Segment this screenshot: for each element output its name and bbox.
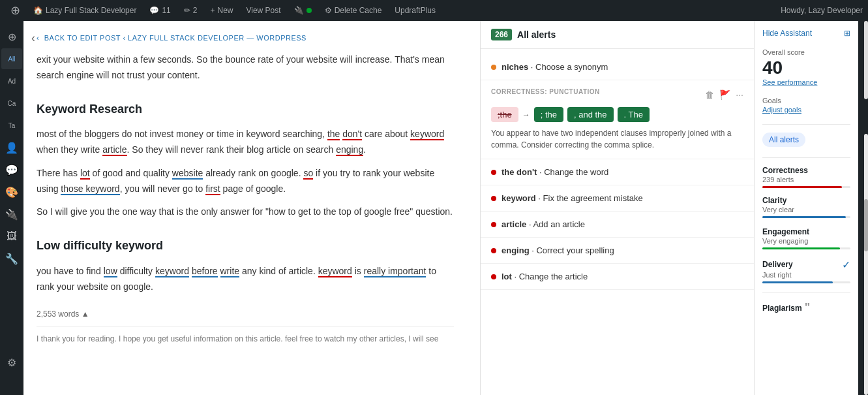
correction-chip-1[interactable]: ; the [534,107,563,122]
editor-h2-keyword-research: Keyword Research [37,99,454,119]
panels-icon: ⊞ [844,29,850,38]
view-post-link[interactable]: View Post [241,0,286,21]
yoast-icon: 🔌 [294,6,304,15]
wp-logo[interactable]: ⊕ [5,0,25,21]
alert-punctuation[interactable]: CORRECTNESS: PUNCTUATION 🗑 🚩 ··· ;the → … [481,80,754,159]
alert-dot-red-5 [491,274,496,279]
sidebar-ca[interactable]: Ca [1,93,22,114]
correctness-bar-fill [762,186,842,188]
all-alerts-title: All alerts [517,29,556,40]
alert-dot-red [491,170,496,175]
sidebar-add[interactable]: Ad [1,71,22,91]
alert-action-icons[interactable]: 🗑 🚩 ··· [705,89,743,100]
flagged-text-low: low [104,266,117,277]
cache-icon: ⚙ [325,6,332,15]
correctness-count: 239 alerts [762,176,850,183]
back-to-edit-link[interactable]: ‹ BACK TO EDIT POST ‹ LAZY FULL STACK DE… [37,34,454,42]
plagiarism-section: Plagiarism " [762,301,850,315]
new-post-button[interactable]: + New [205,0,238,21]
alert-lot[interactable]: lot · Change the article [481,264,754,290]
correctness-bar-bg [762,186,850,188]
engagement-bar-bg [762,247,850,249]
sidebar-comments[interactable]: 💬 [1,159,22,180]
scores-panel: Hide Assistant ⊞ Overall score 40 See pe… [754,21,858,395]
correctness-metric: Correctness 239 alerts [762,166,850,188]
alert-description: You appear to have two independent claus… [491,127,743,151]
sidebar-appearance[interactable]: 🎨 [1,182,22,202]
sidebar-plugins[interactable]: 🔌 [1,204,22,225]
editor-paragraph-1[interactable]: most of the bloggers do not invest money… [37,127,454,158]
flagged-text-first: first [205,183,220,195]
flagged-text-lot: lot [80,168,90,180]
alert-keyword[interactable]: keyword · Fix the agreement mistake [481,185,754,212]
editor-paragraph-3[interactable]: So I will give you the one way that is t… [37,204,454,220]
flagged-text-keyword2: keyword [155,266,189,277]
flagged-text-keyword: keyword [410,129,444,140]
alert-enging[interactable]: enging · Correct your spelling [481,238,754,264]
arrow-icon: → [522,110,530,119]
flagged-text-keyword3: keyword [318,266,352,277]
wordpress-icon: ⊕ [10,3,20,18]
yoast-plugin[interactable]: 🔌 [289,0,317,21]
divider-1 [762,124,850,125]
overall-score-section: Overall score 40 See performance [762,48,850,86]
flagged-text-so: so [303,168,313,180]
flagged-text-article: article [102,144,127,156]
comments-icon: 💬 [149,6,159,15]
see-performance-link[interactable]: See performance [762,78,850,86]
adjust-goals-link[interactable]: Adjust goals [762,106,850,114]
engagement-label: Engagement [762,227,850,236]
plus-icon: + [210,6,215,15]
alert-dot-red-2 [491,196,496,201]
grammarly-header: 266 All alerts [481,21,754,49]
sidebar-all[interactable]: All [1,48,22,69]
flagged-text-those-keyword: those keyword [61,183,119,195]
delivery-label: Delivery [762,260,793,269]
hide-assistant-button[interactable]: Hide Assistant ⊞ [762,29,850,38]
drafts-count[interactable]: ✏ 2 [179,0,203,21]
delete-cache-button[interactable]: ⚙ Delete Cache [320,0,387,21]
sidebar-settings[interactable]: ⚙ [1,352,22,373]
alert-dont[interactable]: the don't · Change the word [481,159,754,185]
delivery-status: Just right [762,271,850,279]
flag-icon[interactable]: 🚩 [719,89,730,100]
flagged-text-the: the [327,129,340,140]
goals-section: Goals Adjust goals [762,97,850,114]
divider-3 [762,292,850,293]
flagged-text-dont: don't [342,129,362,140]
alert-niches[interactable]: niches · Choose a synonym [481,54,754,80]
sidebar-dashboard[interactable]: ⊕ [1,26,22,47]
delivery-metric: Delivery ✓ Just right [762,259,850,283]
clarity-label: Clarity [762,196,850,205]
drafts-icon: ✏ [184,6,190,15]
site-name[interactable]: 🏠 Lazy Full Stack Developer [28,0,142,21]
quote-icon: " [805,301,811,315]
comments-count[interactable]: 💬 11 [144,0,175,21]
plagiarism-label-text: Plagiarism [762,304,802,313]
editor-paragraph-4[interactable]: you have to find low difficulty keyword … [37,264,454,295]
sidebar-ta[interactable]: Ta [1,115,22,136]
clarity-status: Very clear [762,206,850,213]
editor-content: exit your website within a few seconds. … [37,52,454,345]
flagged-text-write: write [220,266,240,277]
alert-article[interactable]: article · Add an article [481,212,754,238]
engagement-metric: Engagement Very engaging [762,227,850,249]
flagged-text-enging: enging [336,144,363,156]
more-icon[interactable]: ··· [736,89,743,100]
alert-category-label: CORRECTNESS: PUNCTUATION [491,88,600,95]
trash-icon[interactable]: 🗑 [705,89,714,100]
editor-paragraph-2[interactable]: There has lot of good and quality websit… [37,166,454,197]
sidebar-tools[interactable]: 🔧 [1,248,22,269]
correction-chip-3[interactable]: . The [618,107,650,122]
engagement-bar-fill [762,247,840,249]
site-icon: 🏠 [33,6,43,15]
editor-h2-low-difficulty: Low difficulty keyword [37,236,454,256]
all-alerts-tab[interactable]: All alerts [762,133,805,147]
correction-chip-2[interactable]: , and the [567,107,614,122]
updraftplus-button[interactable]: UpdraftPlus [389,0,441,21]
clarity-bar-bg [762,216,850,218]
sidebar-users[interactable]: 👤 [1,137,22,158]
modal-back-button[interactable]: ‹ [29,29,38,48]
overall-score-label: Overall score [762,48,850,56]
sidebar-media[interactable]: 🖼 [1,226,22,247]
